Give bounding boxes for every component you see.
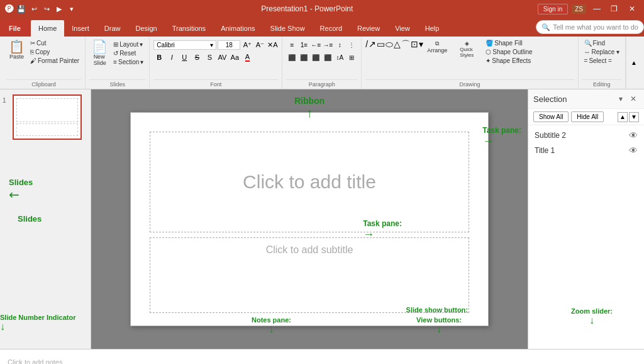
tab-animations[interactable]: Animations	[213, 20, 262, 37]
drawing-shape-arrow[interactable]: ↗	[369, 39, 376, 50]
tab-review[interactable]: Review	[350, 20, 387, 37]
notes-area[interactable]: Click to add notes	[0, 349, 644, 364]
task-pane-down-button[interactable]: ▼	[629, 112, 639, 122]
copy-icon: ⎘	[30, 48, 34, 55]
bold-button[interactable]: B	[153, 52, 165, 63]
task-pane-item-title1[interactable]: Title 1 👁	[531, 143, 641, 158]
drawing-shape-rect[interactable]: ▭	[377, 39, 385, 50]
close-button[interactable]: ✕	[625, 2, 639, 16]
tab-insert[interactable]: Insert	[64, 20, 97, 37]
quick-styles-button[interactable]: ◈ QuickStyles	[451, 39, 482, 59]
task-pane: Selection ▾ ✕ Show All Hide All ▲ ▼ Subt…	[528, 89, 644, 349]
align-right-button[interactable]: ⬛	[310, 52, 321, 63]
shape-fill-button[interactable]: 🪣 Shape Fill	[484, 39, 534, 47]
decrease-indent-button[interactable]: ←≡	[310, 39, 321, 50]
font-color-button[interactable]: A	[242, 52, 253, 63]
tab-slideshow[interactable]: Slide Show	[263, 20, 313, 37]
drawing-shape-textbox[interactable]: ⊡	[411, 39, 418, 50]
line-spacing-button[interactable]: ↕	[334, 39, 345, 50]
layout-button[interactable]: ⊞ Layout ▾	[111, 40, 145, 48]
tab-transitions[interactable]: Transitions	[165, 20, 213, 37]
cut-button[interactable]: ✂ Cut	[28, 39, 81, 47]
arrange-button[interactable]: ⧉ Arrange	[425, 39, 450, 55]
bullets-button[interactable]: ≡	[286, 39, 297, 50]
task-pane-close-button[interactable]: ✕	[628, 93, 639, 105]
qat-customize[interactable]: ▾	[67, 4, 77, 14]
ribbon-group-clipboard: 📋 Paste ✂ Cut ⎘ Copy 🖌 Format Painter	[3, 37, 86, 89]
select-button[interactable]: = Select =	[582, 57, 621, 65]
reset-button[interactable]: ↺ Reset	[111, 49, 145, 57]
format-painter-button[interactable]: 🖌 Format Painter	[28, 57, 81, 65]
task-pane-collapse-button[interactable]: ▾	[615, 93, 626, 105]
shape-outline-button[interactable]: ⬡ Shape Outline	[484, 48, 534, 56]
drawing-shape-connector[interactable]: ⌒	[401, 39, 410, 50]
task-pane-item-subtitle2[interactable]: Subtitle 2 👁	[531, 128, 641, 143]
italic-button[interactable]: I	[166, 52, 177, 63]
section-icon: ≡	[113, 59, 117, 65]
convert-smartart-button[interactable]: ⊞	[346, 52, 357, 63]
change-case-button[interactable]: Aa	[229, 52, 240, 63]
sign-in-button[interactable]: Sign in	[538, 4, 569, 14]
tab-help[interactable]: Help	[418, 20, 447, 37]
quick-styles-icon: ◈	[465, 40, 469, 47]
drawing-shape-more[interactable]: ▾	[419, 39, 423, 50]
qat-undo[interactable]: ↩	[29, 4, 39, 14]
increase-font-button[interactable]: A⁺	[242, 39, 253, 50]
paste-button[interactable]: 📋 Paste	[6, 39, 27, 61]
hide-all-button[interactable]: Hide All	[571, 111, 604, 122]
numbering-button[interactable]: 1≡	[298, 39, 309, 50]
qat-save[interactable]: 💾	[16, 4, 26, 14]
decrease-font-button[interactable]: A⁻	[254, 39, 265, 50]
text-direction-button[interactable]: ↕A	[334, 52, 345, 63]
slide-canvas[interactable]: Click to add title Click to add subtitle	[130, 112, 489, 326]
copy-button[interactable]: ⎘ Copy	[28, 48, 81, 56]
drawing-label: Drawing	[365, 79, 574, 88]
thumb-title-area	[16, 98, 78, 122]
tell-me-text: Tell me what you want to do	[553, 23, 638, 31]
drawing-shape-oval[interactable]: ⬭	[386, 39, 393, 50]
strikethrough-button[interactable]: S	[191, 52, 203, 63]
shadow-button[interactable]: S	[204, 52, 215, 63]
columns-button[interactable]: ⋮	[346, 39, 357, 50]
eye-icon-subtitle2[interactable]: 👁	[629, 130, 638, 140]
ribbon: 📋 Paste ✂ Cut ⎘ Copy 🖌 Format Painter	[0, 37, 644, 89]
tab-view[interactable]: View	[387, 20, 418, 37]
qat-redo[interactable]: ↪	[42, 4, 52, 14]
tell-me-box[interactable]: 🔍 Tell me what you want to do	[536, 20, 644, 34]
tab-design[interactable]: Design	[128, 20, 164, 37]
drawing-shape-line[interactable]: /	[365, 39, 368, 50]
tab-file[interactable]: File	[0, 20, 30, 37]
minimize-button[interactable]: —	[590, 2, 604, 16]
slide-title-placeholder[interactable]: Click to add title	[150, 132, 469, 232]
align-center-button[interactable]: ⬛	[298, 52, 309, 63]
font-size-input[interactable]: 18	[218, 40, 240, 50]
arrange-icon: ⧉	[435, 40, 439, 47]
drawing-shape-triangle[interactable]: △	[394, 39, 401, 50]
tab-draw[interactable]: Draw	[97, 20, 128, 37]
align-left-button[interactable]: ⬛	[286, 52, 297, 63]
font-name-dropdown[interactable]: Calibri ▾	[153, 40, 216, 50]
task-pane-toolbar: Show All Hide All ▲ ▼	[528, 109, 644, 125]
show-all-button[interactable]: Show All	[533, 111, 569, 122]
replace-button[interactable]: ↔ Replace ▾	[582, 48, 621, 56]
tab-record[interactable]: Record	[313, 20, 350, 37]
slide-subtitle-placeholder[interactable]: Click to add subtitle	[150, 237, 469, 313]
slide-1-thumbnail[interactable]	[13, 94, 82, 140]
find-button[interactable]: 🔍 Find	[582, 39, 621, 47]
task-pane-controls: ▾ ✕	[615, 93, 639, 105]
task-pane-item-subtitle2-label: Subtitle 2	[535, 131, 566, 140]
tab-home[interactable]: Home	[31, 20, 64, 37]
shape-effects-button[interactable]: ✦ Shape Effects	[484, 57, 534, 65]
section-button[interactable]: ≡ Section ▾	[111, 58, 145, 66]
increase-indent-button[interactable]: →≡	[322, 39, 333, 50]
char-spacing-button[interactable]: AV	[216, 52, 228, 63]
new-slide-button[interactable]: 📄 NewSlide	[89, 39, 110, 67]
eye-icon-title1[interactable]: 👁	[629, 145, 638, 156]
underline-button[interactable]: U	[179, 52, 190, 63]
collapse-ribbon-button[interactable]: ▲	[629, 58, 639, 68]
task-pane-up-button[interactable]: ▲	[618, 112, 628, 122]
qat-present[interactable]: ▶	[54, 4, 64, 14]
maximize-button[interactable]: ❐	[608, 2, 621, 16]
clear-formatting-button[interactable]: ✕A	[267, 39, 278, 50]
justify-button[interactable]: ⬛	[322, 52, 333, 63]
